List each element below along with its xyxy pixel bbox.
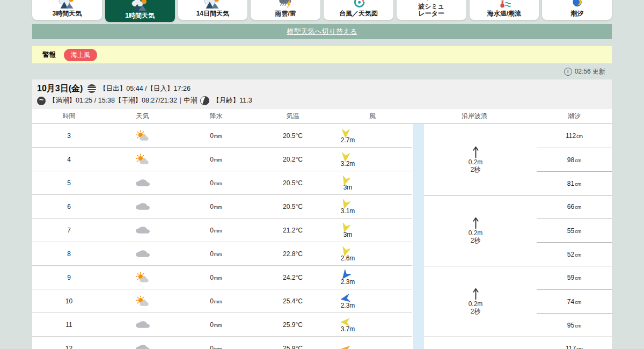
- header-temp: 気温: [253, 112, 333, 121]
- precip-unit: mm: [214, 323, 222, 328]
- wind-cell: 2.6m: [333, 246, 412, 262]
- tab-label: 1時間天気: [125, 12, 155, 19]
- tab-label: 海水温/潮流: [487, 10, 521, 17]
- precip-value: 0: [210, 156, 214, 163]
- weather-icon: [204, 0, 221, 9]
- wind-cell: 2.7m: [333, 128, 412, 144]
- tide-unit: cm: [575, 158, 581, 163]
- precip-unit: mm: [214, 134, 222, 139]
- typhoon-icon: [350, 0, 367, 9]
- wind-cell: [333, 344, 412, 349]
- hour-value: 12: [32, 345, 106, 349]
- header-wind: 風: [333, 112, 412, 121]
- table-header: 時間 天気 降水 気温 風 沿岸波浪 潮汐: [32, 109, 612, 124]
- precip-cell: 0mm: [179, 132, 253, 140]
- wave-height: 0.2m: [469, 230, 483, 237]
- precip-value: 0: [210, 203, 214, 210]
- nav-tab[interactable]: 海水温/潮流: [470, 0, 539, 20]
- tide-column: 112cm98cm81cm66cm55cm52cm59cm74cm95cm117…: [537, 124, 612, 349]
- tide-unit: cm: [576, 346, 583, 349]
- temp-value: 25.9°C: [253, 321, 333, 329]
- wind-speed: 2.7m: [341, 136, 355, 144]
- precip-cell: 0mm: [179, 179, 253, 187]
- wind-cell: 3.2m: [333, 151, 412, 168]
- precip-value: 0: [210, 132, 214, 140]
- tide-wave-icon: [37, 97, 46, 105]
- tide-level-cell: 74cm: [537, 289, 612, 313]
- nav-tab[interactable]: 14日間天気: [178, 0, 248, 20]
- tide-level-cell: 55cm: [537, 219, 612, 242]
- tide-value: 98: [567, 156, 574, 164]
- tide-level-cell: 112cm: [537, 124, 612, 148]
- tab-label: 波シミュ レーター: [418, 3, 444, 17]
- forecast-row: 6 0mm 20.5°C 3.1m: [32, 195, 412, 219]
- nav-tab[interactable]: 台風／天気図: [324, 0, 393, 20]
- forecast-row: 11 0mm 25.9°C 3.7m: [32, 313, 412, 337]
- precip-cell: 0mm: [179, 297, 253, 305]
- nav-tab[interactable]: 波シミュ レーター: [397, 0, 466, 20]
- wind-speed: 3.7m: [341, 325, 355, 333]
- rain-thunder-icon: [277, 0, 294, 9]
- wind-speed: 2.3m: [341, 278, 355, 286]
- temp-value: 24.2°C: [253, 274, 333, 281]
- sea-temperature-icon: [496, 0, 512, 9]
- tab-label: 潮汐: [570, 10, 583, 17]
- temp-value: 20.2°C: [253, 156, 333, 163]
- wave-cell: 0.2m2秒: [424, 124, 537, 195]
- precip-cell: 0mm: [179, 321, 253, 329]
- temp-value: 20.5°C: [253, 179, 333, 187]
- forecast-row: 7 0mm 21.2°C 3m: [32, 219, 412, 242]
- wind-speed: 3.1m: [341, 207, 355, 215]
- nav-tab[interactable]: 雨雲/雷: [251, 0, 320, 20]
- partly-cloudy-icon: [134, 154, 151, 165]
- wave-tide-region: 0.2m2秒0.2m2秒0.2m2秒 112cm98cm81cm66cm55cm…: [413, 124, 612, 349]
- forecast-row: 3 0mm 20.5°C 2.7m: [32, 124, 412, 148]
- hour-value: 10: [32, 297, 106, 305]
- precip-cell: 0mm: [179, 250, 253, 258]
- tide-value: 66: [567, 203, 574, 210]
- tide-value: 74: [567, 298, 574, 306]
- wave-cell: [424, 337, 537, 349]
- warning-badge[interactable]: 海上風: [64, 49, 97, 61]
- header-weather: 天気: [106, 112, 179, 121]
- nav-tab[interactable]: 3時間天気: [32, 0, 102, 20]
- tide-value: 59: [567, 274, 574, 281]
- weather-cell: [106, 225, 179, 235]
- tide-value: 117: [566, 345, 576, 349]
- nav-tab[interactable]: 潮汐: [542, 0, 612, 20]
- wave-cell: 0.2m2秒: [424, 266, 537, 337]
- weather-cell: [106, 249, 179, 259]
- wind-cell: 3m: [333, 175, 412, 191]
- tide-level-cell: 52cm: [537, 242, 612, 266]
- wind-cell: 3m: [333, 222, 412, 238]
- table-body: 3 0mm 20.5°C 2.7m 4 0mm 20.2°C 3.2m: [32, 124, 612, 349]
- weather-cell: [106, 319, 179, 330]
- temp-value: 22.8°C: [253, 250, 333, 258]
- wind-cell: 2.3m: [333, 293, 412, 309]
- forecast-row: 9 0mm 24.2°C 2.3m: [32, 266, 412, 289]
- tab-label: 14日間天気: [196, 10, 229, 17]
- wave-cell: 0.2m2秒: [424, 195, 537, 266]
- weather-icon: [131, 0, 149, 11]
- tide-unit: cm: [575, 323, 581, 329]
- switch-layout-link[interactable]: 横型天気へ切り替える: [287, 27, 357, 37]
- precip-unit: mm: [214, 346, 222, 349]
- precip-value: 0: [210, 227, 214, 234]
- precip-unit: mm: [214, 157, 222, 163]
- header-wave: 沿岸波浪: [412, 112, 537, 121]
- weather-nav-tabs: 3時間天気 1時間天気 14日間天気 雨雲/雷 台風／天気図 波シミュ レーター…: [32, 0, 612, 22]
- tide-value: 52: [567, 251, 574, 258]
- temp-value: 25.4°C: [253, 297, 333, 305]
- tide-level-cell: 66cm: [537, 195, 612, 219]
- precip-value: 0: [210, 321, 214, 329]
- weather-cell: [106, 272, 179, 283]
- nav-tab[interactable]: 1時間天気: [105, 0, 175, 22]
- tide-level-cell: 81cm: [537, 171, 612, 195]
- precip-cell: 0mm: [179, 156, 253, 163]
- wind-cell: 2.3m: [333, 270, 412, 286]
- precip-unit: mm: [214, 299, 222, 304]
- temp-value: 20.5°C: [253, 132, 333, 140]
- precip-unit: mm: [214, 228, 222, 234]
- date-label: 10月3日(金): [37, 84, 83, 93]
- hour-value: 7: [32, 227, 106, 234]
